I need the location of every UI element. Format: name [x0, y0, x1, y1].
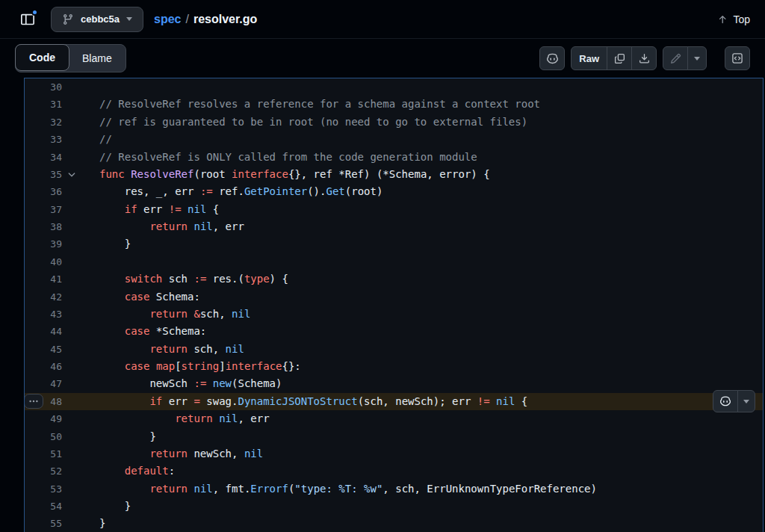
code-line-44: 44 case *Schema: [25, 323, 763, 340]
branch-selector-button[interactable]: cebbc5a [51, 7, 143, 32]
copilot-icon [719, 395, 731, 407]
code-line-34: 34// ResolveRef is ONLY called from the … [25, 149, 763, 166]
line-number[interactable]: 40 [25, 253, 62, 270]
breadcrumb-filename: resolver.go [193, 13, 257, 26]
code-content: } [81, 428, 156, 445]
code-content: return newSch, nil [81, 445, 263, 463]
line-number[interactable]: 36 [25, 183, 62, 200]
line-number[interactable]: 52 [25, 463, 62, 480]
line-number[interactable]: 45 [25, 341, 62, 358]
code-content: } [81, 235, 131, 253]
line-number[interactable]: 50 [25, 428, 62, 445]
file-tree-toggle-button[interactable] [15, 7, 40, 32]
line-number[interactable]: 33 [25, 131, 62, 148]
line-number[interactable]: 41 [25, 270, 62, 288]
breadcrumb: spec / resolver.go [154, 13, 257, 26]
code-line-50: 50 } [25, 428, 763, 445]
code-line-33: 33// [25, 131, 763, 148]
branch-name: cebbc5a [81, 13, 120, 25]
code-content: } [81, 498, 131, 515]
code-content: // ResolveRef is ONLY called from the co… [81, 149, 477, 166]
breadcrumb-directory-link[interactable]: spec [154, 13, 181, 26]
code-content: switch sch := res.(type) { [81, 270, 288, 288]
code-content: return &sch, nil [81, 306, 250, 323]
tab-code[interactable]: Code [15, 44, 69, 71]
code-content: func ResolveRef(root interface{}, ref *R… [81, 166, 490, 183]
code-line-45: 45 return sch, nil [25, 341, 763, 358]
code-line-41: 41 switch sch := res.(type) { [25, 270, 763, 288]
line-number[interactable]: 39 [25, 235, 62, 253]
chevron-down-icon [743, 400, 749, 403]
code-line-32: 32// ref is guaranteed to be in root (no… [25, 114, 763, 131]
fold-toggle-icon[interactable] [62, 170, 81, 180]
copy-icon [614, 53, 625, 64]
code-blame-switch: Code Blame [15, 44, 126, 72]
line-copilot-dropdown-button[interactable] [737, 390, 755, 412]
line-number[interactable]: 49 [25, 410, 62, 427]
line-number[interactable]: 32 [25, 114, 62, 131]
code-content: res, _, err := ref.GetPointer().Get(root… [81, 183, 382, 200]
line-number[interactable]: 46 [25, 358, 62, 375]
line-number[interactable]: 35 [25, 166, 62, 183]
scroll-to-top-button[interactable]: Top [717, 13, 750, 25]
copilot-button[interactable] [539, 46, 565, 70]
edit-dropdown-button[interactable] [687, 46, 707, 70]
tab-blame[interactable]: Blame [69, 45, 126, 72]
code-content: case Schema: [81, 288, 200, 306]
raw-button[interactable]: Raw [571, 46, 607, 70]
chevron-down-icon [126, 17, 132, 21]
git-branch-icon [62, 13, 74, 25]
line-number[interactable]: 51 [25, 445, 62, 463]
chevron-down-icon [694, 57, 700, 61]
code-line-46: 46 case map[string]interface{}: [25, 358, 763, 375]
line-number[interactable]: 43 [25, 306, 62, 323]
notification-dot [31, 9, 38, 16]
code-line-38: 38 return nil, err [25, 218, 763, 235]
code-content: return nil, fmt.Errorf("type: %T: %w", s… [81, 480, 597, 498]
pencil-icon [670, 53, 681, 64]
line-copilot-button[interactable] [713, 390, 738, 412]
code-line-47: 47 newSch := new(Schema) [25, 375, 763, 392]
line-number[interactable]: 34 [25, 149, 62, 166]
edit-group [663, 46, 707, 70]
line-copilot-group [713, 390, 755, 412]
file-header: cebbc5a spec / resolver.go Top [0, 0, 765, 39]
line-number[interactable]: 53 [25, 480, 62, 498]
code-square-icon [731, 52, 743, 64]
line-number[interactable]: 44 [25, 323, 62, 340]
line-number[interactable]: 42 [25, 288, 62, 306]
code-line-48: 48 if err = swag.DynamicJSONToStruct(sch… [25, 393, 763, 410]
copy-raw-button[interactable] [607, 46, 632, 70]
code-panel: 3031// ResolveRef resolves a reference f… [24, 78, 764, 532]
code-line-42: 42 case Schema: [25, 288, 763, 306]
line-number[interactable]: 55 [25, 515, 62, 532]
code-content: newSch := new(Schema) [81, 375, 282, 392]
line-number[interactable]: 47 [25, 375, 62, 392]
download-button[interactable] [631, 46, 657, 70]
breadcrumb-separator: / [186, 13, 189, 26]
code-line-49: 49 return nil, err [25, 410, 763, 427]
line-actions-button[interactable] [24, 394, 43, 409]
code-content: // [81, 131, 112, 148]
code-line-35: 35func ResolveRef(root interface{}, ref … [25, 166, 763, 183]
code-line-30: 30 [25, 78, 763, 96]
edit-file-button[interactable] [663, 46, 688, 70]
code-content: if err = swag.DynamicJSONToStruct(sch, n… [81, 393, 527, 410]
code-line-40: 40 [25, 253, 763, 270]
code-content: return nil, err [81, 218, 244, 235]
code-line-39: 39 } [25, 235, 763, 253]
arrow-up-icon [717, 14, 728, 25]
line-number[interactable]: 38 [25, 218, 62, 235]
symbols-panel-button[interactable] [725, 46, 750, 70]
code-line-31: 31// ResolveRef resolves a reference for… [25, 96, 763, 113]
line-number[interactable]: 30 [25, 78, 62, 96]
code-content: return sch, nil [81, 341, 244, 358]
line-number[interactable]: 37 [25, 201, 62, 218]
line-number[interactable]: 54 [25, 498, 62, 515]
line-number[interactable]: 31 [25, 96, 62, 113]
file-view-toolbar: Code Blame Raw [0, 39, 765, 78]
code-content: // ref is guaranteed to be in root (no n… [81, 114, 527, 131]
code-line-53: 53 return nil, fmt.Errorf("type: %T: %w"… [25, 480, 763, 498]
code-content: return nil, err [81, 410, 270, 427]
raw-copy-download-group: Raw [571, 46, 657, 70]
